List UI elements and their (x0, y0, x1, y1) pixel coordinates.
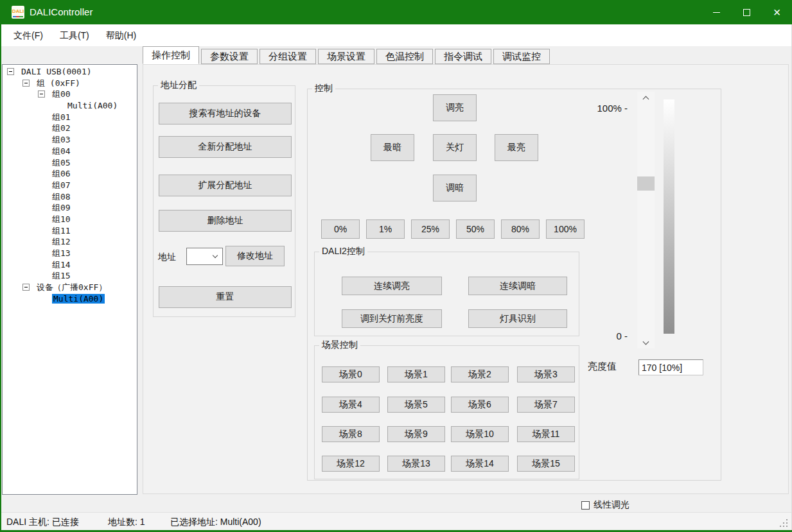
scene-button-2[interactable]: 场景2 (451, 366, 509, 382)
tree-item[interactable]: 组 (0xFF) (3, 78, 137, 89)
close-button[interactable]: × (762, 0, 792, 24)
tree-item[interactable]: DALI USB(0001) (3, 66, 137, 78)
resize-grip-icon[interactable] (786, 526, 788, 527)
maximize-icon (743, 9, 750, 16)
tree-item-label: 组15 (52, 271, 71, 280)
address-combobox[interactable] (186, 248, 223, 265)
tree-item[interactable]: 组10 (3, 214, 137, 225)
scrollbar-thumb[interactable] (637, 176, 655, 191)
scene-button-1[interactable]: 场景1 (387, 366, 445, 382)
tree-item-label: 组08 (52, 192, 71, 202)
tree-item[interactable]: 组01 (3, 112, 137, 123)
tree-item[interactable]: 组14 (3, 259, 137, 271)
tree-item[interactable]: Multi(A00) (3, 293, 137, 305)
luminaire-identify-button[interactable]: 灯具识别 (468, 309, 567, 328)
tree-item[interactable]: 组08 (3, 191, 137, 203)
tree-item[interactable]: 组06 (3, 168, 137, 180)
scene-button-12[interactable]: 场景12 (322, 456, 380, 472)
tree-item[interactable]: 组03 (3, 134, 137, 146)
status-host: DALI 主机: 已连接 (6, 513, 79, 531)
menu-item-tools[interactable]: 工具(T) (51, 24, 98, 46)
reset-button[interactable]: 重置 (159, 286, 292, 308)
scene-button-0[interactable]: 场景0 (322, 366, 380, 382)
tree-item[interactable]: 组00 (3, 89, 137, 100)
tree-item[interactable]: 组11 (3, 225, 137, 237)
recall-last-level-button[interactable]: 调到关灯前亮度 (342, 309, 442, 328)
tree-item[interactable]: 组09 (3, 202, 137, 214)
tree-item[interactable]: 组13 (3, 248, 137, 259)
scene-button-6[interactable]: 场景6 (451, 397, 509, 413)
continuous-up-button[interactable]: 连续调亮 (342, 277, 442, 295)
control-groupbox-title: 控制 (312, 83, 335, 94)
tree-item[interactable]: 组15 (3, 270, 137, 282)
tab-cct[interactable]: 色温控制 (376, 49, 433, 64)
tab-parameter[interactable]: 参数设置 (201, 49, 258, 64)
scene-button-13[interactable]: 场景13 (387, 456, 445, 472)
window-border-left (0, 0, 1, 532)
continuous-down-button[interactable]: 连续调暗 (468, 277, 567, 295)
tree-item[interactable]: 组02 (3, 123, 137, 134)
percent-button-0[interactable]: 0% (321, 219, 360, 239)
scroll-up-button[interactable] (637, 92, 655, 103)
search-addressed-devices-button[interactable]: 搜索有地址的设备 (159, 103, 292, 124)
percent-button-100[interactable]: 100% (546, 219, 585, 239)
scene-button-5[interactable]: 场景5 (387, 397, 445, 413)
tree-item[interactable]: 组04 (3, 146, 137, 157)
percent-button-row: 0%1%25%50%80%100% (321, 219, 585, 239)
percent-button-25[interactable]: 25% (411, 219, 450, 239)
brightness-value-input[interactable] (638, 359, 703, 375)
dim-down-button[interactable]: 调暗 (433, 175, 477, 202)
tree-item-label: 组11 (52, 226, 71, 236)
extend-assign-address-button[interactable]: 扩展分配地址 (159, 175, 292, 196)
status-selected-address: 已选择地址: Multi(A00) (170, 513, 261, 531)
tree-item[interactable]: 组05 (3, 157, 137, 169)
tree-expand-icon[interactable] (22, 284, 30, 291)
brightness-max-label: 100% - (565, 103, 628, 114)
dim-up-button[interactable]: 调亮 (433, 94, 477, 121)
scroll-down-button[interactable] (637, 337, 655, 348)
tree-item-label: 组02 (52, 123, 71, 133)
tree-expand-icon[interactable] (38, 90, 45, 98)
scene-button-7[interactable]: 场景7 (517, 397, 575, 413)
assign-new-address-button[interactable]: 全新分配地址 (159, 136, 292, 158)
address-label: 地址 (158, 252, 176, 263)
tree-item-label: 组04 (52, 146, 71, 156)
tree-item[interactable]: 组07 (3, 180, 137, 191)
scene-button-8[interactable]: 场景8 (322, 426, 380, 442)
percent-button-80[interactable]: 80% (501, 219, 540, 239)
address-groupbox-title: 地址分配 (158, 80, 199, 91)
tab-command[interactable]: 指令调试 (435, 49, 491, 64)
modify-address-button[interactable]: 修改地址 (225, 246, 285, 266)
tab-monitor[interactable]: 调试监控 (493, 49, 550, 64)
minimize-button[interactable] (701, 0, 732, 24)
scene-button-14[interactable]: 场景14 (451, 456, 509, 472)
scene-button-10[interactable]: 场景10 (451, 426, 509, 442)
tree-expand-icon[interactable] (7, 68, 14, 75)
scene-button-11[interactable]: 场景11 (517, 426, 575, 442)
percent-button-1[interactable]: 1% (366, 219, 405, 239)
percent-button-50[interactable]: 50% (456, 219, 495, 239)
max-brightness-button[interactable]: 最亮 (495, 134, 538, 161)
tree-item[interactable]: 组12 (3, 236, 137, 248)
lamp-off-button[interactable]: 关灯 (433, 134, 477, 161)
tree-item[interactable]: Multi(A00) (3, 100, 137, 112)
tree-item-label: 设备（广播0xFF） (37, 282, 107, 292)
tree-item[interactable]: 设备（广播0xFF） (3, 282, 137, 293)
scene-button-9[interactable]: 场景9 (387, 426, 445, 442)
tree-item-label: 组14 (52, 260, 71, 270)
tab-scene[interactable]: 场景设置 (318, 49, 374, 64)
tree-item-label: Multi(A00) (67, 101, 118, 110)
scene-button-3[interactable]: 场景3 (517, 366, 575, 382)
tree-expand-icon[interactable] (22, 80, 30, 87)
tab-operation[interactable]: 操作控制 (143, 46, 199, 64)
maximize-button[interactable] (732, 0, 762, 24)
tab-grouping[interactable]: 分组设置 (260, 49, 316, 64)
scene-button-4[interactable]: 场景4 (322, 397, 380, 413)
linear-dimming-checkbox[interactable] (581, 501, 590, 510)
min-brightness-button[interactable]: 最暗 (371, 134, 414, 161)
brightness-scrollbar[interactable] (637, 92, 655, 348)
menu-item-help[interactable]: 帮助(H) (98, 24, 145, 46)
scene-button-15[interactable]: 场景15 (517, 456, 575, 472)
menu-item-file[interactable]: 文件(F) (5, 24, 51, 46)
delete-address-button[interactable]: 删除地址 (159, 210, 292, 232)
